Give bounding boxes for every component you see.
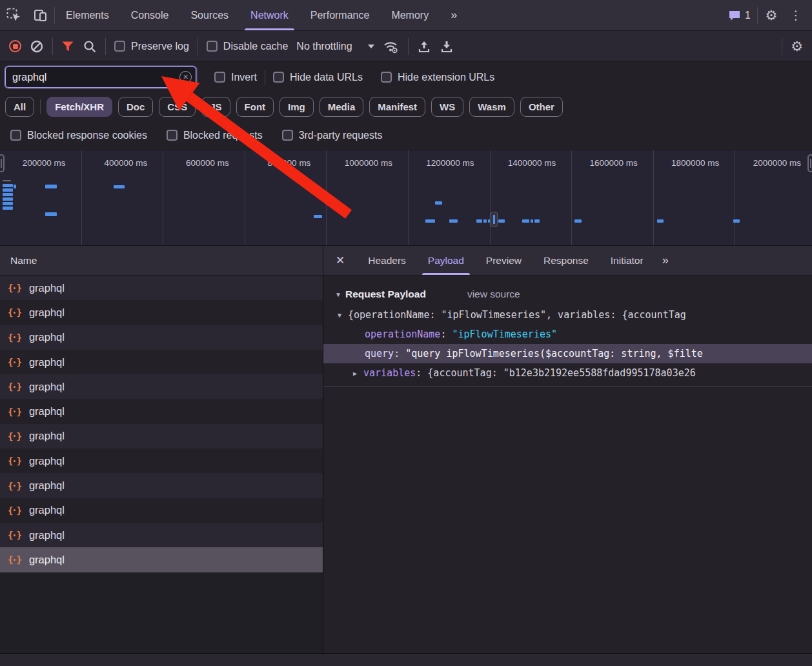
payload-row-query-selected[interactable]: query: "query ipFlowTimeseries($accountT… (323, 344, 812, 363)
inspect-element-icon[interactable] (0, 0, 27, 30)
collapse-triangle-icon[interactable]: ▼ (335, 291, 345, 298)
checkbox[interactable] (381, 72, 392, 83)
checkbox[interactable] (214, 72, 225, 83)
search-icon[interactable] (83, 39, 97, 54)
request-row[interactable]: {}graphql (0, 325, 323, 350)
network-overview-timeline[interactable]: 200000 ms400000 ms600000 ms800000 ms1000… (0, 150, 812, 246)
request-row[interactable]: {}graphql (0, 350, 323, 374)
detail-tab-preview[interactable]: Preview (475, 246, 533, 275)
blocked-requests-label: Blocked requests (183, 130, 263, 141)
chip-css[interactable]: CSS (159, 97, 196, 117)
checkbox[interactable] (114, 41, 125, 52)
request-row[interactable]: {}graphql (0, 547, 323, 572)
request-name: graphql (29, 455, 65, 467)
chip-doc[interactable]: Doc (118, 97, 153, 117)
timeline-tick-label: 800000 ms (268, 158, 327, 168)
hide-extension-urls-label: Hide extension URLs (398, 72, 494, 83)
chip-other[interactable]: Other (520, 97, 563, 117)
chip-wasm[interactable]: Wasm (469, 97, 514, 117)
checkbox[interactable] (167, 130, 178, 141)
request-row[interactable]: {}graphql (0, 473, 323, 498)
request-row[interactable]: {}graphql (0, 399, 323, 423)
record-network-log-icon[interactable] (9, 40, 21, 52)
settings-gear-icon[interactable]: ⚙ (758, 0, 785, 30)
timeline-bar (3, 207, 13, 210)
request-row[interactable]: {}graphql (0, 449, 323, 473)
detail-tab-response[interactable]: Response (533, 246, 600, 275)
timeline-column: 1400000 ms (491, 150, 573, 245)
request-row[interactable]: {}graphql (0, 523, 323, 547)
tab-sources[interactable]: Sources (179, 0, 239, 30)
invert-checkbox[interactable]: Invert (214, 72, 257, 83)
checkbox[interactable] (207, 41, 218, 52)
hide-data-urls-checkbox[interactable]: Hide data URLs (273, 72, 363, 83)
request-payload-section[interactable]: ▼ Request Payload view source (323, 283, 812, 305)
detail-tab-payload[interactable]: Payload (417, 246, 475, 275)
throttling-value: No throttling (296, 41, 352, 52)
chip-ws[interactable]: WS (431, 97, 463, 117)
chip-font[interactable]: Font (236, 97, 274, 117)
import-har-icon[interactable] (417, 39, 431, 54)
tab-elements[interactable]: Elements (55, 0, 120, 30)
close-icon[interactable]: ✕ (323, 246, 357, 275)
timeline-right-handle[interactable] (807, 154, 812, 172)
tab-network[interactable]: Network (239, 0, 299, 30)
more-tabs-icon[interactable]: » (440, 0, 468, 30)
throttling-dropdown[interactable]: No throttling (296, 41, 374, 52)
clear-network-log-icon[interactable] (30, 39, 44, 54)
devtools-window: Elements Console Sources Network Perform… (0, 0, 812, 666)
blocked-requests-checkbox[interactable]: Blocked requests (167, 130, 263, 141)
request-row[interactable]: {}graphql (0, 374, 323, 399)
expand-triangle-icon[interactable]: ▶ (353, 364, 363, 383)
blocked-response-cookies-checkbox[interactable]: Blocked response cookies (10, 130, 147, 141)
timeline-bar (3, 180, 11, 181)
tab-console[interactable]: Console (120, 0, 180, 30)
filter-input[interactable] (5, 66, 196, 88)
payload-row-operation-name[interactable]: operationName: "ipFlowTimeseries" (323, 325, 812, 344)
more-detail-tabs-icon[interactable]: » (655, 246, 676, 275)
issues-badge[interactable]: 1 (722, 0, 757, 30)
divider (265, 70, 265, 85)
main-split: Name {}graphql{}graphql{}graphql{}graphq… (0, 246, 812, 653)
request-row[interactable]: {}graphql (0, 300, 323, 325)
checkbox[interactable] (10, 130, 21, 141)
tab-performance[interactable]: Performance (299, 0, 381, 30)
export-har-icon[interactable] (440, 39, 454, 54)
json-string-value: "ipFlowTimeseries" (452, 328, 557, 340)
filter-funnel-icon[interactable] (61, 40, 74, 53)
chip-fetch-xhr[interactable]: Fetch/XHR (46, 97, 112, 117)
timeline-bar (657, 219, 664, 223)
network-settings-gear-icon[interactable]: ⚙ (791, 39, 803, 54)
kebab-menu-icon[interactable]: ⋮ (785, 0, 812, 30)
clear-filter-icon[interactable]: ✕ (179, 71, 192, 83)
payload-row-variables[interactable]: ▶variables: {accountTag: "b12e3b2192ee55… (323, 363, 812, 383)
request-row[interactable]: {}graphql (0, 424, 323, 449)
timeline-left-handle[interactable] (0, 154, 5, 172)
devtools-tabbar: Elements Console Sources Network Perform… (0, 0, 812, 31)
chip-js[interactable]: JS (201, 97, 230, 117)
detail-tab-initiator[interactable]: Initiator (600, 246, 655, 275)
disable-cache-checkbox[interactable]: Disable cache (207, 41, 289, 52)
device-toolbar-icon[interactable] (27, 0, 54, 30)
request-row[interactable]: {}graphql (0, 498, 323, 523)
chip-img[interactable]: Img (279, 97, 314, 117)
payload-summary-row[interactable]: ▼{operationName: "ipFlowTimeseries", var… (323, 305, 812, 325)
checkbox[interactable] (282, 130, 293, 141)
tab-memory[interactable]: Memory (380, 0, 440, 30)
preserve-log-checkbox[interactable]: Preserve log (114, 41, 189, 52)
filter-box: ✕ (5, 66, 196, 88)
view-source-link[interactable]: view source (467, 288, 520, 300)
chip-all[interactable]: All (5, 97, 34, 117)
third-party-requests-checkbox[interactable]: 3rd-party requests (282, 130, 383, 141)
request-name: graphql (29, 554, 65, 566)
chip-media[interactable]: Media (320, 97, 364, 117)
checkbox[interactable] (273, 72, 284, 83)
name-column-header[interactable]: Name (0, 246, 323, 276)
payload-tree: ▼{operationName: "ipFlowTimeseries", var… (323, 305, 812, 387)
network-conditions-icon[interactable] (383, 39, 400, 54)
request-row[interactable]: {}graphql (0, 276, 323, 300)
detail-tab-headers[interactable]: Headers (357, 246, 417, 275)
hide-extension-urls-checkbox[interactable]: Hide extension URLs (381, 72, 494, 83)
chip-manifest[interactable]: Manifest (369, 97, 425, 117)
collapse-triangle-icon[interactable]: ▼ (338, 306, 348, 325)
